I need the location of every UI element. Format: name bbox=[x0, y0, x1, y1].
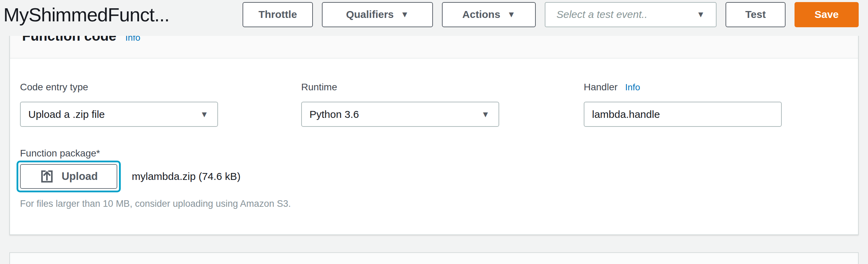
page-header: MyShimmedFunct... Throttle Qualifiers ▼ … bbox=[0, 0, 868, 36]
caret-down-icon: ▼ bbox=[200, 110, 208, 119]
handler-input[interactable] bbox=[584, 102, 782, 127]
actions-button-label: Actions bbox=[462, 9, 500, 20]
upload-icon bbox=[39, 169, 55, 184]
function-code-panel: Function codeInfo Code entry type Upload… bbox=[9, 19, 859, 235]
runtime-field: Runtime Python 3.6 ▼ bbox=[301, 82, 499, 127]
code-entry-type-label: Code entry type bbox=[20, 82, 218, 92]
upload-button-focus-ring: Upload bbox=[17, 161, 121, 192]
function-code-panel-body: Code entry type Upload a .zip file ▼ Run… bbox=[10, 59, 858, 234]
runtime-value: Python 3.6 bbox=[309, 109, 359, 120]
upload-helper-text: For files larger than 10 MB, consider up… bbox=[20, 199, 291, 209]
throttle-button[interactable]: Throttle bbox=[243, 2, 313, 27]
upload-button-label: Upload bbox=[61, 170, 98, 183]
uploaded-file-info: mylambda.zip (74.6 kB) bbox=[132, 171, 240, 182]
upload-button[interactable]: Upload bbox=[20, 164, 117, 189]
save-button-label: Save bbox=[815, 9, 839, 20]
runtime-select[interactable]: Python 3.6 ▼ bbox=[301, 102, 499, 127]
save-button[interactable]: Save bbox=[795, 2, 859, 27]
handler-label: HandlerInfo bbox=[584, 82, 782, 92]
handler-field: HandlerInfo bbox=[584, 82, 782, 127]
upload-row: Upload mylambda.zip (74.6 kB) bbox=[17, 161, 240, 192]
qualifiers-button[interactable]: Qualifiers ▼ bbox=[322, 2, 433, 27]
code-entry-type-select[interactable]: Upload a .zip file ▼ bbox=[20, 102, 218, 127]
code-entry-type-field: Code entry type Upload a .zip file ▼ bbox=[20, 82, 218, 127]
next-panel-partial bbox=[9, 252, 859, 264]
caret-down-icon: ▼ bbox=[697, 10, 705, 19]
caret-down-icon: ▼ bbox=[401, 10, 409, 19]
caret-down-icon: ▼ bbox=[507, 10, 515, 19]
throttle-button-label: Throttle bbox=[258, 9, 297, 20]
runtime-label: Runtime bbox=[301, 82, 499, 92]
header-actions: Throttle Qualifiers ▼ Actions ▼ Select a… bbox=[243, 2, 859, 27]
handler-info-link[interactable]: Info bbox=[625, 82, 640, 92]
test-event-placeholder: Select a test event.. bbox=[556, 9, 647, 20]
test-button[interactable]: Test bbox=[726, 2, 786, 27]
function-package-label: Function package* bbox=[20, 148, 100, 159]
page-title: MyShimmedFunct... bbox=[3, 3, 169, 26]
test-event-select[interactable]: Select a test event.. ▼ bbox=[545, 2, 717, 27]
test-button-label: Test bbox=[745, 9, 766, 20]
code-entry-type-value: Upload a .zip file bbox=[28, 109, 105, 120]
qualifiers-button-label: Qualifiers bbox=[346, 9, 394, 20]
caret-down-icon: ▼ bbox=[481, 110, 490, 119]
actions-button[interactable]: Actions ▼ bbox=[442, 2, 536, 27]
